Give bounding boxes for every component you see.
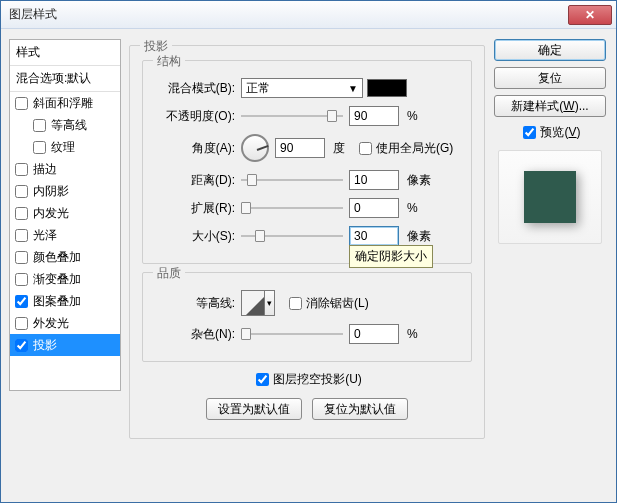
content-area: 样式 混合选项:默认 斜面和浮雕 等高线 纹理 描边 内阴影	[1, 29, 616, 502]
style-label: 等高线	[51, 117, 87, 134]
opacity-label: 不透明度(O):	[153, 108, 241, 125]
style-check-innershadow[interactable]	[15, 185, 28, 198]
style-check-dropshadow[interactable]	[15, 339, 28, 352]
size-tooltip: 确定阴影大小	[349, 245, 433, 268]
quality-group: 品质 等高线: ▾ 消除锯齿(L) 杂色(N):	[142, 272, 472, 362]
style-check-bevel[interactable]	[15, 97, 28, 110]
style-check-contour[interactable]	[33, 119, 46, 132]
set-default-button[interactable]: 设置为默认值	[206, 398, 302, 420]
style-item-patternoverlay[interactable]: 图案叠加	[10, 290, 120, 312]
quality-title: 品质	[153, 265, 185, 282]
style-check-gradientoverlay[interactable]	[15, 273, 28, 286]
titlebar: 图层样式 ✕	[1, 1, 616, 29]
style-label: 光泽	[33, 227, 57, 244]
style-label: 纹理	[51, 139, 75, 156]
style-item-coloroverlay[interactable]: 颜色叠加	[10, 246, 120, 268]
style-check-innerglow[interactable]	[15, 207, 28, 220]
style-item-gradientoverlay[interactable]: 渐变叠加	[10, 268, 120, 290]
style-check-texture[interactable]	[33, 141, 46, 154]
structure-title: 结构	[153, 53, 185, 70]
right-column: 确定 复位 新建样式(W)... 预览(V)	[494, 39, 606, 244]
style-check-coloroverlay[interactable]	[15, 251, 28, 264]
preview-swatch	[524, 171, 576, 223]
chevron-down-icon: ▼	[348, 83, 358, 94]
style-item-innerglow[interactable]: 内发光	[10, 202, 120, 224]
styles-sidebar: 样式 混合选项:默认 斜面和浮雕 等高线 纹理 描边 内阴影	[9, 39, 121, 391]
window-title: 图层样式	[9, 6, 57, 23]
close-icon: ✕	[585, 8, 595, 22]
chevron-down-icon: ▾	[264, 291, 274, 315]
style-label: 内阴影	[33, 183, 69, 200]
preview-checkbox[interactable]	[523, 126, 536, 139]
noise-input[interactable]: 0	[349, 324, 399, 344]
angle-input[interactable]: 90	[275, 138, 325, 158]
opacity-slider[interactable]	[241, 109, 343, 123]
opacity-input[interactable]: 90	[349, 106, 399, 126]
sidebar-header: 样式	[10, 40, 120, 66]
style-label: 图案叠加	[33, 293, 81, 310]
preview-box	[498, 150, 602, 244]
noise-slider[interactable]	[241, 327, 343, 341]
style-label: 颜色叠加	[33, 249, 81, 266]
style-label: 斜面和浮雕	[33, 95, 93, 112]
main-panel: 投影 结构 混合模式(B): 正常 ▼ 不透明度(O):	[129, 33, 485, 439]
size-input[interactable]: 30	[349, 226, 399, 246]
ok-button[interactable]: 确定	[494, 39, 606, 61]
cancel-button[interactable]: 复位	[494, 67, 606, 89]
preview-label: 预览(V)	[540, 124, 580, 141]
style-check-satin[interactable]	[15, 229, 28, 242]
style-item-innershadow[interactable]: 内阴影	[10, 180, 120, 202]
style-item-bevel[interactable]: 斜面和浮雕	[10, 92, 120, 114]
style-item-satin[interactable]: 光泽	[10, 224, 120, 246]
size-label: 大小(S):	[153, 228, 241, 245]
reset-default-button[interactable]: 复位为默认值	[312, 398, 408, 420]
spread-unit: %	[407, 201, 418, 215]
style-item-texture[interactable]: 纹理	[10, 136, 120, 158]
spread-input[interactable]: 0	[349, 198, 399, 218]
style-label: 外发光	[33, 315, 69, 332]
shadow-color-chip[interactable]	[367, 79, 407, 97]
style-item-contour[interactable]: 等高线	[10, 114, 120, 136]
angle-label: 角度(A):	[153, 140, 241, 157]
noise-unit: %	[407, 327, 418, 341]
global-light-check[interactable]: 使用全局光(G)	[355, 139, 453, 158]
global-light-checkbox[interactable]	[359, 142, 372, 155]
knockout-checkbox[interactable]	[256, 373, 269, 386]
antialias-check[interactable]: 消除锯齿(L)	[285, 294, 369, 313]
style-label: 投影	[33, 337, 57, 354]
blend-mode-label: 混合模式(B):	[153, 80, 241, 97]
style-item-stroke[interactable]: 描边	[10, 158, 120, 180]
spread-slider[interactable]	[241, 201, 343, 215]
sidebar-blend-options[interactable]: 混合选项:默认	[10, 66, 120, 92]
layer-style-dialog: 图层样式 ✕ 样式 混合选项:默认 斜面和浮雕 等高线 纹理 描边	[0, 0, 617, 503]
distance-input[interactable]: 10	[349, 170, 399, 190]
style-label: 描边	[33, 161, 57, 178]
close-button[interactable]: ✕	[568, 5, 612, 25]
distance-unit: 像素	[407, 172, 431, 189]
angle-dial[interactable]	[241, 134, 269, 162]
knockout-check[interactable]: 图层挖空投影(U)	[252, 370, 362, 389]
opacity-unit: %	[407, 109, 418, 123]
style-check-outerglow[interactable]	[15, 317, 28, 330]
style-label: 渐变叠加	[33, 271, 81, 288]
contour-label: 等高线:	[153, 295, 241, 312]
style-label: 内发光	[33, 205, 69, 222]
size-slider[interactable]	[241, 229, 343, 243]
spread-label: 扩展(R):	[153, 200, 241, 217]
structure-group: 结构 混合模式(B): 正常 ▼ 不透明度(O):	[142, 60, 472, 264]
noise-label: 杂色(N):	[153, 326, 241, 343]
blend-mode-combo[interactable]: 正常 ▼	[241, 78, 363, 98]
contour-picker[interactable]: ▾	[241, 290, 275, 316]
distance-slider[interactable]	[241, 173, 343, 187]
distance-label: 距离(D):	[153, 172, 241, 189]
style-check-patternoverlay[interactable]	[15, 295, 28, 308]
style-item-dropshadow[interactable]: 投影	[10, 334, 120, 356]
style-check-stroke[interactable]	[15, 163, 28, 176]
new-style-button[interactable]: 新建样式(W)...	[494, 95, 606, 117]
antialias-checkbox[interactable]	[289, 297, 302, 310]
size-unit: 像素	[407, 228, 431, 245]
blend-mode-value: 正常	[246, 80, 270, 97]
style-item-outerglow[interactable]: 外发光	[10, 312, 120, 334]
angle-unit: 度	[333, 140, 345, 157]
